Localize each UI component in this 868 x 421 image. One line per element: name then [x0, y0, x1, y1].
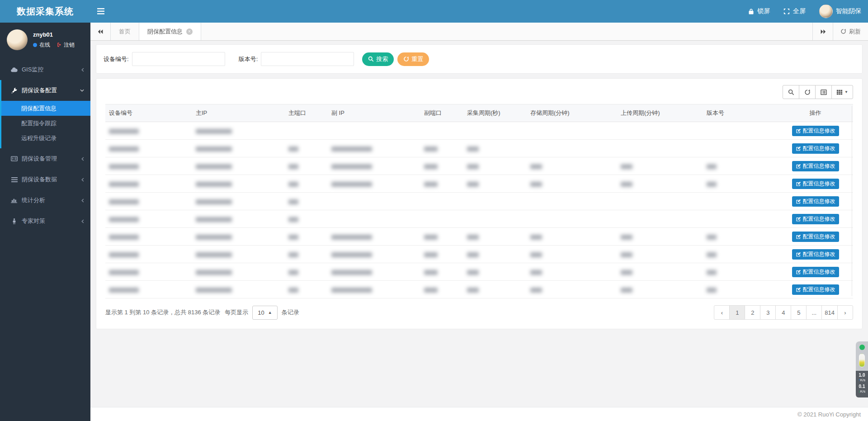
- table-cell: [703, 210, 778, 228]
- edit-config-button[interactable]: 配置信息修改: [792, 179, 839, 189]
- table-cell: [328, 157, 420, 175]
- edit-config-button[interactable]: 配置信息修改: [792, 126, 839, 136]
- sidebar-toggle-button[interactable]: [90, 0, 111, 23]
- redacted-value: [196, 182, 232, 187]
- toolbar-search-button[interactable]: [783, 85, 799, 99]
- table-cell: [328, 263, 420, 281]
- search-button[interactable]: 搜索: [362, 52, 394, 66]
- redacted-value: [109, 164, 139, 169]
- table-cell: [617, 263, 703, 281]
- account-menu[interactable]: 智能阴保: [812, 0, 868, 23]
- table-row: 配置信息修改: [105, 210, 853, 228]
- sidebar-item[interactable]: 统计分析: [0, 190, 90, 211]
- table-toolbar: ▼: [105, 85, 853, 99]
- table-body: 配置信息修改配置信息修改配置信息修改配置信息修改配置信息修改配置信息修改配置信息…: [105, 122, 853, 298]
- redacted-value: [331, 164, 372, 169]
- online-status-label: 在线: [39, 41, 50, 49]
- edit-config-button[interactable]: 配置信息修改: [792, 214, 839, 224]
- sidebar-item[interactable]: GIS监控: [0, 59, 90, 80]
- prev-page-button[interactable]: ‹: [714, 305, 730, 320]
- table-cell: [105, 228, 192, 246]
- edit-config-button[interactable]: 配置信息修改: [792, 161, 839, 171]
- sidebar-item[interactable]: 阴保设备配置: [1, 80, 90, 101]
- page-button[interactable]: 814: [821, 305, 838, 320]
- table-cell: [105, 263, 192, 281]
- fullscreen-button[interactable]: 全屏: [777, 0, 812, 23]
- redacted-value: [288, 182, 298, 187]
- edit-config-button[interactable]: 配置信息修改: [792, 249, 839, 260]
- sidebar-item[interactable]: 专家对策: [0, 211, 90, 232]
- table-cell: [192, 228, 285, 246]
- table-cell: [463, 140, 527, 157]
- sidebar-item[interactable]: 阴保设备数据: [0, 169, 90, 190]
- table-cell: [420, 210, 463, 228]
- page-button[interactable]: 1: [729, 305, 745, 320]
- toolbar-columns-button[interactable]: ▼: [831, 85, 853, 99]
- net-speed-widget[interactable]: 1.0 ↑K/s 0.1 ↓K/s: [856, 341, 868, 397]
- toolbar-refresh-button[interactable]: [799, 85, 816, 99]
- table-cell: [285, 122, 328, 140]
- table-cell: [105, 140, 192, 157]
- table-cell: [192, 175, 285, 193]
- next-page-button[interactable]: ›: [837, 305, 853, 320]
- edit-config-button[interactable]: 配置信息修改: [792, 232, 839, 242]
- redacted-value: [707, 252, 717, 257]
- device-number-input[interactable]: [132, 52, 225, 66]
- redacted-value: [530, 270, 542, 275]
- net-speed-stats: 1.0 ↑K/s 0.1 ↓K/s: [856, 371, 868, 397]
- action-cell: 配置信息修改: [778, 122, 853, 140]
- version-input[interactable]: [261, 52, 354, 66]
- table-row: 配置信息修改: [105, 193, 853, 210]
- tab-active[interactable]: 阴保配置信息×: [139, 23, 201, 40]
- edit-icon: [796, 216, 801, 222]
- sidebar-item[interactable]: 阴保设备管理: [0, 148, 90, 169]
- tab[interactable]: 首页: [111, 23, 139, 40]
- logout-button[interactable]: 注销: [57, 41, 75, 49]
- sign-out-icon: [57, 42, 62, 47]
- per-page-select[interactable]: 10 ▲: [252, 306, 277, 320]
- reset-button[interactable]: 重置: [397, 52, 429, 66]
- close-icon[interactable]: ×: [186, 28, 193, 35]
- sidebar-item[interactable]: 配置指令跟踪: [1, 116, 90, 131]
- table-cell: [617, 122, 703, 140]
- column-header: 副 IP: [328, 104, 420, 122]
- chart-icon: [10, 198, 18, 203]
- table-cell: [285, 157, 328, 175]
- list-icon: [10, 177, 18, 182]
- page-button[interactable]: 2: [745, 305, 760, 320]
- redacted-value: [530, 164, 542, 169]
- redacted-value: [707, 182, 717, 187]
- pagination-bar: 显示第 1 到第 10 条记录，总共 8136 条记录 每页显示 10 ▲ 条记…: [105, 305, 853, 320]
- edit-config-button[interactable]: 配置信息修改: [792, 196, 839, 207]
- redacted-value: [467, 147, 479, 151]
- page-button[interactable]: 5: [791, 305, 807, 320]
- redacted-value: [424, 182, 438, 187]
- sidebar-item[interactable]: 远程升级记录: [1, 131, 90, 146]
- page-button[interactable]: 3: [760, 305, 776, 320]
- redacted-value: [196, 252, 232, 257]
- refresh-tab-button[interactable]: 刷新: [833, 23, 868, 40]
- pagination-info: 显示第 1 到第 10 条记录，总共 8136 条记录: [105, 308, 220, 317]
- table-cell: [527, 263, 617, 281]
- page-button[interactable]: 4: [775, 305, 791, 320]
- gauge-pill-icon: [859, 354, 865, 367]
- download-speed-value: 0.1: [856, 384, 868, 389]
- sidebar-item-active[interactable]: 阴保配置信息: [1, 101, 90, 116]
- tabs-scroll-left-button[interactable]: [90, 23, 111, 40]
- edit-config-button[interactable]: 配置信息修改: [792, 284, 839, 295]
- toolbar-detail-view-button[interactable]: [815, 85, 832, 99]
- edit-icon: [796, 199, 801, 204]
- edit-config-button[interactable]: 配置信息修改: [792, 143, 839, 154]
- edit-config-button[interactable]: 配置信息修改: [792, 267, 839, 277]
- avatar: [819, 5, 833, 18]
- status-dot-icon: [859, 345, 865, 350]
- table-cell: [463, 157, 527, 175]
- lock-screen-button[interactable]: 锁屏: [741, 0, 777, 23]
- redacted-value: [530, 288, 542, 293]
- tabs-scroll-right-button[interactable]: [812, 23, 833, 40]
- column-header: 主端口: [285, 104, 328, 122]
- chevron-left-icon: [81, 68, 84, 72]
- table-cell: [617, 193, 703, 210]
- table-cell: [285, 263, 328, 281]
- table-cell: [463, 263, 527, 281]
